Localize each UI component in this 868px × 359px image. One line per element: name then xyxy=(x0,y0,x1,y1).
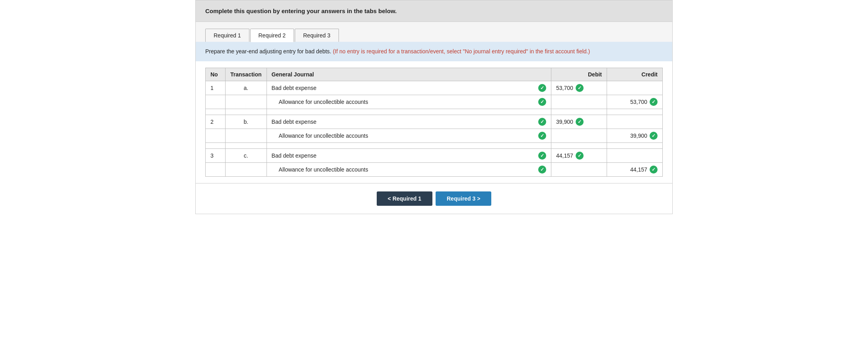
table-row: Allowance for uncollectible accounts ✓ 5… xyxy=(206,95,663,109)
check-icon: ✓ xyxy=(538,118,546,126)
check-icon: ✓ xyxy=(538,152,546,160)
check-icon: ✓ xyxy=(576,84,584,92)
row-credit: 44,157 ✓ xyxy=(607,163,663,177)
row-debit xyxy=(551,109,607,115)
row-no xyxy=(206,143,226,149)
row-no xyxy=(206,95,226,109)
row-no: 3 xyxy=(206,149,226,163)
row-transaction xyxy=(226,109,267,115)
row-no xyxy=(206,109,226,115)
row-credit: 53,700 ✓ xyxy=(607,95,663,109)
row-credit xyxy=(607,109,663,115)
check-icon: ✓ xyxy=(576,152,584,160)
row-debit xyxy=(551,95,607,109)
check-icon: ✓ xyxy=(650,166,658,174)
table-header-row: No Transaction General Journal Debit Cre… xyxy=(206,68,663,81)
row-journal xyxy=(267,109,551,115)
row-no xyxy=(206,163,226,177)
table-row: 1 a. Bad debt expense ✓ 53,700 ✓ xyxy=(206,81,663,95)
row-transaction: b. xyxy=(226,115,267,129)
row-no: 2 xyxy=(206,115,226,129)
row-transaction xyxy=(226,129,267,143)
description-box: Prepare the year-end adjusting entry for… xyxy=(195,42,673,61)
col-transaction: Transaction xyxy=(226,68,267,81)
tabs-row: Required 1 Required 2 Required 3 xyxy=(195,22,673,42)
row-no: 1 xyxy=(206,81,226,95)
row-transaction xyxy=(226,163,267,177)
row-transaction xyxy=(226,95,267,109)
tab-required3[interactable]: Required 3 xyxy=(295,29,339,42)
row-credit: 39,900 ✓ xyxy=(607,129,663,143)
row-transaction: c. xyxy=(226,149,267,163)
row-transaction xyxy=(226,143,267,149)
table-row: Allowance for uncollectible accounts ✓ 3… xyxy=(206,129,663,143)
col-general-journal: General Journal xyxy=(267,68,551,81)
row-debit: 39,900 ✓ xyxy=(551,115,607,129)
check-icon: ✓ xyxy=(576,118,584,126)
instruction-bar: Complete this question by entering your … xyxy=(195,0,673,22)
row-credit xyxy=(607,81,663,95)
row-credit xyxy=(607,143,663,149)
description-sub: (If no entry is required for a transacti… xyxy=(333,48,590,55)
row-credit xyxy=(607,149,663,163)
check-icon: ✓ xyxy=(538,98,546,106)
row-credit xyxy=(607,115,663,129)
journal-table-container: No Transaction General Journal Debit Cre… xyxy=(195,61,673,183)
check-icon: ✓ xyxy=(538,84,546,92)
row-debit: 44,157 ✓ xyxy=(551,149,607,163)
row-journal: Allowance for uncollectible accounts ✓ xyxy=(267,163,551,177)
journal-table: No Transaction General Journal Debit Cre… xyxy=(205,68,663,177)
row-journal: Bad debt expense ✓ xyxy=(267,115,551,129)
row-journal: Allowance for uncollectible accounts ✓ xyxy=(267,129,551,143)
row-debit xyxy=(551,129,607,143)
check-icon: ✓ xyxy=(650,98,658,106)
row-journal: Allowance for uncollectible accounts ✓ xyxy=(267,95,551,109)
table-row: 2 b. Bad debt expense ✓ 39,900 ✓ xyxy=(206,115,663,129)
row-debit xyxy=(551,143,607,149)
row-journal xyxy=(267,143,551,149)
row-journal: Bad debt expense ✓ xyxy=(267,149,551,163)
check-icon: ✓ xyxy=(538,166,546,174)
row-no xyxy=(206,129,226,143)
buttons-row: < Required 1 Required 3 > xyxy=(195,183,673,214)
check-icon: ✓ xyxy=(650,132,658,140)
row-journal: Bad debt expense ✓ xyxy=(267,81,551,95)
description-main: Prepare the year-end adjusting entry for… xyxy=(205,48,331,55)
col-no: No xyxy=(206,68,226,81)
instruction-text: Complete this question by entering your … xyxy=(205,8,397,14)
row-debit: 53,700 ✓ xyxy=(551,81,607,95)
prev-button[interactable]: < Required 1 xyxy=(377,191,432,206)
col-debit: Debit xyxy=(551,68,607,81)
row-transaction: a. xyxy=(226,81,267,95)
main-container: Complete this question by entering your … xyxy=(195,0,673,214)
next-button[interactable]: Required 3 > xyxy=(436,191,491,206)
table-row: 3 c. Bad debt expense ✓ 44,157 ✓ xyxy=(206,149,663,163)
row-debit xyxy=(551,163,607,177)
tab-required1[interactable]: Required 1 xyxy=(205,29,249,42)
table-row: Allowance for uncollectible accounts ✓ 4… xyxy=(206,163,663,177)
tab-required2[interactable]: Required 2 xyxy=(250,29,294,42)
check-icon: ✓ xyxy=(538,132,546,140)
table-row xyxy=(206,143,663,149)
col-credit: Credit xyxy=(607,68,663,81)
table-row xyxy=(206,109,663,115)
